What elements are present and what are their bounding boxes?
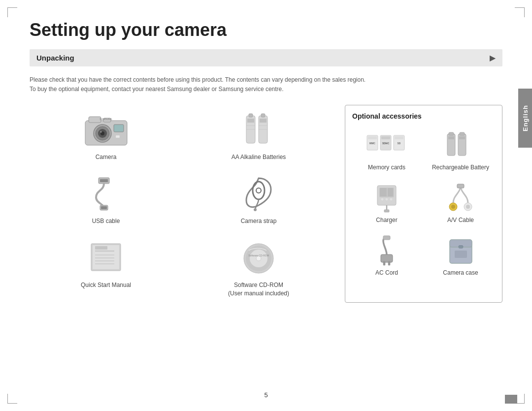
list-item: Quick Start Manual [30, 233, 182, 303]
optional-label: Charger [376, 217, 397, 223]
svg-text:SD: SD [398, 142, 401, 145]
svg-rect-78 [455, 251, 467, 258]
svg-rect-18 [260, 119, 266, 123]
description: Please check that you have the correct c… [30, 75, 502, 94]
optional-label: Rechargeable Battery [432, 164, 489, 171]
svg-text:SDHC: SDHC [382, 142, 390, 145]
list-item: MMC SDHC SD Memory cards [352, 126, 421, 174]
svg-point-26 [256, 188, 261, 193]
list-item: Rechargeable Battery [426, 126, 495, 174]
optional-accessories-box: Optional accessories MMC SDHC [345, 105, 502, 302]
section-header-title: Unpacking [36, 54, 74, 62]
cdrom-image: Software CD-ROM [234, 238, 283, 277]
corner-tl [7, 7, 17, 17]
svg-rect-65 [457, 184, 464, 188]
section-header: Unpacking ▶ [30, 49, 502, 66]
svg-rect-59 [388, 188, 393, 196]
item-label: Camera strap [241, 217, 277, 225]
list-item: Software CD-ROM Software CD-ROM(User man… [182, 233, 335, 303]
list-item: A/V Cable [426, 179, 495, 226]
included-items: SAMSUNG Camera [30, 105, 335, 302]
optional-grid: MMC SDHC SD Memory cards [352, 126, 495, 279]
svg-rect-46 [381, 136, 390, 139]
svg-text:SAMSUNG: SAMSUNG [100, 118, 112, 121]
camera-case-image [441, 234, 480, 266]
list-item: AA Alkaline Batteries [182, 105, 335, 166]
item-label: Software CD-ROM(User manual included) [228, 281, 289, 298]
svg-rect-9 [116, 135, 120, 138]
batteries-image [234, 110, 283, 149]
svg-rect-49 [395, 136, 403, 139]
optional-label: Memory cards [368, 164, 405, 171]
list-item: SAMSUNG Camera [30, 105, 182, 166]
svg-rect-51 [449, 132, 454, 135]
list-item: Camera strap [182, 169, 335, 230]
svg-rect-12 [249, 114, 253, 117]
svg-text:MMC: MMC [369, 142, 375, 145]
svg-point-61 [385, 198, 388, 201]
svg-point-67 [451, 205, 455, 209]
language-tab: English [518, 89, 532, 148]
list-item: Charger [352, 179, 421, 226]
svg-point-25 [253, 182, 265, 199]
optional-label: Camera case [443, 269, 478, 276]
content-area: SAMSUNG Camera [30, 105, 502, 302]
bottom-bar [505, 395, 517, 404]
svg-rect-55 [459, 136, 465, 139]
svg-text:Software CD-ROM: Software CD-ROM [248, 254, 269, 257]
corner-tr [515, 7, 525, 17]
page-title: Setting up your camera [30, 20, 502, 40]
svg-rect-52 [448, 136, 454, 139]
svg-point-27 [254, 208, 257, 211]
svg-rect-70 [381, 254, 393, 262]
ac-cord-image [367, 234, 406, 266]
manual-image [81, 238, 131, 277]
svg-rect-64 [384, 210, 389, 212]
item-label: Camera [96, 153, 117, 161]
optional-title: Optional accessories [352, 112, 495, 120]
svg-rect-43 [368, 136, 377, 139]
svg-point-7 [100, 131, 102, 133]
svg-rect-17 [261, 114, 265, 117]
section-header-arrow: ▶ [490, 53, 496, 63]
svg-rect-72 [388, 261, 390, 265]
svg-point-69 [466, 205, 470, 209]
svg-rect-35 [95, 246, 107, 250]
list-item: USB cable [30, 169, 182, 230]
page-container: English Setting up your camera Unpacking… [0, 0, 532, 411]
svg-rect-24 [101, 206, 107, 209]
page-number: 5 [264, 391, 267, 399]
corner-bl [7, 394, 17, 404]
optional-label: A/V Cable [447, 217, 474, 223]
item-label: Quick Start Manual [81, 281, 131, 289]
strap-image [234, 174, 283, 213]
svg-rect-13 [247, 119, 254, 123]
memory-cards-image: MMC SDHC SD [367, 129, 406, 161]
svg-rect-73 [383, 236, 390, 240]
svg-rect-1 [89, 117, 101, 123]
svg-rect-58 [380, 188, 387, 196]
av-cable-image [441, 182, 480, 214]
item-label: AA Alkaline Batteries [232, 153, 286, 161]
list-item: AC Cord [352, 231, 421, 279]
svg-rect-8 [114, 125, 124, 132]
optional-label: AC Cord [375, 269, 398, 276]
svg-point-60 [381, 198, 384, 201]
list-item: Camera case [426, 231, 495, 279]
svg-rect-71 [383, 261, 385, 265]
rechargeable-battery-image [441, 129, 480, 161]
camera-image: SAMSUNG [81, 110, 131, 149]
svg-rect-54 [460, 132, 465, 135]
svg-rect-22 [100, 179, 108, 182]
item-label: USB cable [92, 217, 120, 225]
charger-image [367, 182, 406, 214]
usb-cable-image [81, 174, 131, 213]
svg-point-62 [390, 198, 393, 201]
